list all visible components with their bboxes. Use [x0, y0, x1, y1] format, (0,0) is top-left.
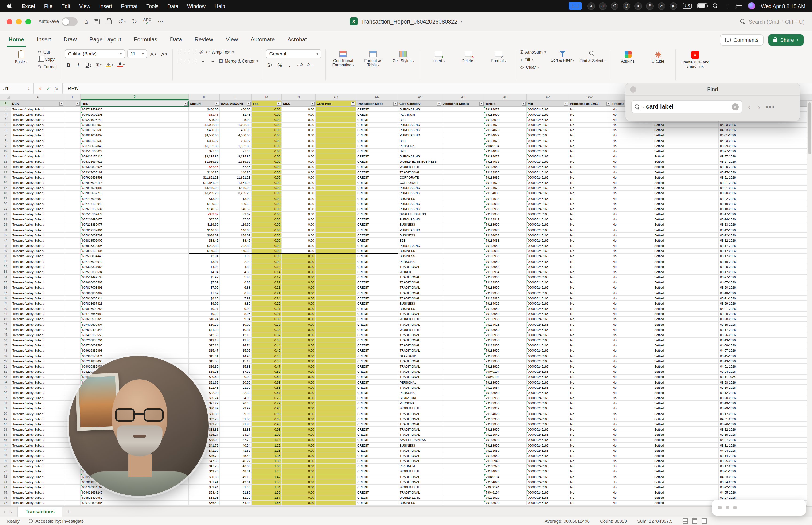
cell-A[interactable]: Treasure Valley Subaru	[11, 401, 64, 406]
cell-AV[interactable]: 000000246165	[527, 196, 569, 201]
orientation-button[interactable]: ab	[198, 49, 204, 55]
tab-formulas[interactable]: Formulas	[134, 36, 157, 47]
cell-A[interactable]: Treasure Valley Subaru	[11, 112, 64, 117]
cell-AX[interactable]: No	[611, 222, 653, 227]
sort-filter-button[interactable]: Sort & Filter ▾	[549, 49, 576, 63]
battery-icon[interactable]	[698, 3, 707, 9]
find-more-button[interactable]: •••	[766, 103, 775, 110]
header-cell-AW[interactable]: Processed as L2/L3▾	[569, 101, 611, 107]
column-letter-AQ[interactable]: AQ	[316, 94, 356, 100]
cell-M[interactable]: 0.09	[252, 259, 282, 264]
cell-K[interactable]: $189.52	[189, 201, 220, 206]
cell-AY[interactable]: Settled	[653, 149, 719, 154]
cell-A[interactable]: Treasure Valley Subaru	[11, 500, 64, 506]
cell-A[interactable]: Treasure Valley Subaru	[11, 296, 64, 301]
cell-N[interactable]: 0.00	[282, 196, 316, 201]
cell-AQ[interactable]	[316, 138, 356, 144]
cell-AT[interactable]	[442, 390, 485, 395]
cell-AX[interactable]: No	[611, 380, 653, 385]
cell-A[interactable]: Treasure Valley Subaru	[11, 359, 64, 364]
cell-N[interactable]: 0.00	[282, 327, 316, 332]
cell-AQ[interactable]	[316, 443, 356, 448]
cell-AW[interactable]: No	[569, 217, 611, 222]
cell-AR[interactable]: CREDIT	[356, 238, 398, 243]
spotlight-icon[interactable]	[713, 3, 718, 9]
cell-N[interactable]: 0.00	[282, 154, 316, 159]
cell-AV[interactable]: 000000246165	[527, 327, 569, 332]
cell-AV[interactable]: 000000246165	[527, 306, 569, 311]
cell-AU[interactable]: 79183920	[485, 495, 527, 500]
cell-AS[interactable]: PLATINUM	[398, 112, 442, 117]
cell-AZ[interactable]: 03-29-2026	[719, 144, 812, 149]
cell-AY[interactable]: Settled	[653, 159, 719, 164]
cell-AU[interactable]: 79184072	[485, 107, 527, 112]
cell-AS[interactable]: TRADITIONAL	[398, 422, 442, 427]
cell-AT[interactable]	[442, 296, 485, 301]
cell-AY[interactable]: Settled	[653, 259, 719, 264]
cell-AZ[interactable]: 03-20-2026	[719, 285, 812, 290]
row-number-46[interactable]: 46	[0, 338, 11, 343]
cell-AT[interactable]	[442, 369, 485, 374]
cell-M[interactable]: 0.00	[252, 217, 282, 222]
row-number-75[interactable]: 75	[0, 490, 11, 495]
column-letter-K[interactable]: K	[189, 94, 220, 100]
cell-L[interactable]: 365.27	[220, 138, 252, 144]
cell-AQ[interactable]	[316, 301, 356, 306]
cell-AY[interactable]: Settled	[653, 285, 719, 290]
cell-N[interactable]: 0.00	[282, 375, 316, 380]
cell-AS[interactable]: BUSINESS	[398, 254, 442, 259]
cell-N[interactable]: 0.00	[282, 348, 316, 354]
cell-AQ[interactable]	[316, 406, 356, 411]
cell-K[interactable]: $4,500.00	[189, 133, 220, 138]
cell-AU[interactable]: 79183950	[485, 359, 527, 364]
home-icon[interactable]: ⌂	[85, 18, 88, 25]
cell-K[interactable]: $4,476.99	[189, 185, 220, 191]
cell-AU[interactable]: 79183950	[485, 201, 527, 206]
cell-AZ[interactable]: 04-07-2026	[719, 348, 812, 354]
cell-I[interactable]	[64, 138, 81, 144]
row-number-1[interactable]: 1	[0, 101, 11, 107]
cell-AZ[interactable]: 03-21-2026	[719, 296, 812, 301]
cell-AS[interactable]: TRADITIONAL	[398, 375, 442, 380]
cell-AZ[interactable]: 03-25-2026	[719, 165, 812, 170]
cell-AT[interactable]	[442, 338, 485, 343]
cell-AV[interactable]: 000000246165	[527, 275, 569, 280]
cell-AX[interactable]: No	[611, 479, 653, 484]
cell-AT[interactable]	[442, 322, 485, 327]
insert-function-button[interactable]: fx	[55, 86, 58, 91]
cell-AT[interactable]	[442, 254, 485, 259]
cell-AZ[interactable]: 04-03-2026	[719, 138, 812, 144]
cell-AS[interactable]: TRADITIONAL	[398, 459, 442, 464]
cell-A[interactable]: Treasure Valley Subaru	[11, 149, 64, 154]
header-cell-L[interactable]: BASE AMOUNT▾	[220, 101, 252, 107]
cell-AV[interactable]: 000000246165	[527, 122, 569, 127]
cell-AV[interactable]: 000000246165	[527, 490, 569, 495]
cell-AQ[interactable]	[316, 112, 356, 117]
filter-button-AU[interactable]: ▾	[521, 101, 526, 106]
cell-AW[interactable]: No	[569, 154, 611, 159]
cell-AZ[interactable]: 04-05-2026	[719, 490, 812, 495]
row-number-53[interactable]: 53	[0, 375, 11, 380]
cell-AZ[interactable]: 03-22-2026	[719, 485, 812, 490]
cell-AR[interactable]: CREDIT	[356, 306, 398, 311]
cell-AS[interactable]: TRADITIONAL	[398, 290, 442, 296]
cell-AT[interactable]	[442, 443, 485, 448]
cell-A[interactable]: Treasure Valley Subaru	[11, 122, 64, 127]
cell-A[interactable]: Treasure Valley Subaru	[11, 364, 64, 369]
cell-AX[interactable]: No	[611, 127, 653, 133]
cell-AT[interactable]	[442, 380, 485, 385]
cell-N[interactable]: 0.00	[282, 165, 316, 170]
filter-button-AT[interactable]: ▾	[479, 101, 484, 106]
cell-AZ[interactable]: 04-07-2026	[719, 280, 812, 285]
cell-L[interactable]: 31.80	[220, 422, 252, 427]
cell-A[interactable]: Treasure Valley Subaru	[11, 453, 64, 459]
cell-L[interactable]: 5.80	[220, 275, 252, 280]
increase-indent-button[interactable]: →	[209, 57, 217, 65]
scrollbar-thumb[interactable]	[808, 103, 811, 154]
cell-N[interactable]: 0.00	[282, 249, 316, 254]
cell-AZ[interactable]: 04-04-2026	[719, 448, 812, 453]
add-sheet-button[interactable]: +	[62, 507, 74, 516]
cell-J[interactable]: 609616332898	[81, 348, 189, 354]
cell-AR[interactable]: CREDIT	[356, 500, 398, 506]
cell-AT[interactable]	[442, 401, 485, 406]
